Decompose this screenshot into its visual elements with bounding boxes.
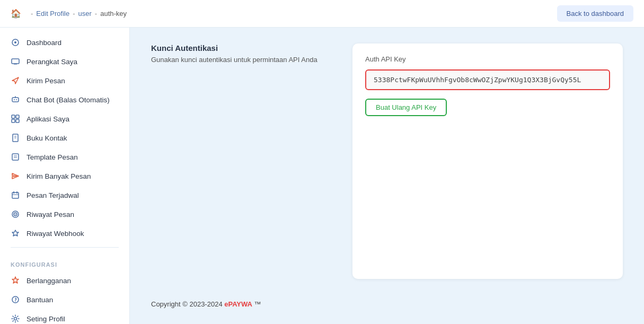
back-to-dashboard-button[interactable]: Back to dashboard	[557, 5, 633, 22]
svg-point-24	[15, 214, 16, 215]
sidebar-label-seting-profil: Seting Profil	[27, 315, 65, 323]
sidebar-item-riwayat-pesan[interactable]: Riwayat Pesan	[0, 205, 129, 224]
svg-rect-15	[12, 154, 19, 160]
content-area: Kunci Autentikasi Gunakan kunci autentik…	[130, 28, 644, 324]
sidebar-item-kirim-pesan[interactable]: Kirim Pesan	[0, 71, 129, 90]
sidebar-label-dashboard: Dashboard	[27, 39, 61, 47]
copyright-static: Copyright © 2023-2024	[151, 300, 224, 308]
seting-profil-icon	[11, 314, 20, 323]
breadcrumb-sep-1: -	[31, 10, 33, 17]
sidebar-label-kirim-pesan: Kirim Pesan	[27, 77, 65, 85]
kirim-pesan-icon	[11, 76, 20, 85]
sidebar-item-berlangganan[interactable]: Berlangganan	[0, 271, 129, 290]
riwayat-pesan-icon	[11, 209, 20, 219]
kirim-banyak-icon	[11, 171, 20, 181]
svg-point-7	[15, 96, 16, 97]
konfigurasi-label: KONFIGURASI	[0, 252, 129, 271]
api-key-card: Auth API Key 5338PctwFKpWuUVhhFgvOb8cWwO…	[352, 43, 623, 279]
breadcrumb: - Edit Profile - user - auth-key	[31, 10, 553, 17]
home-icon: 🏠	[11, 8, 21, 19]
svg-rect-3	[14, 64, 17, 65]
sidebar-item-chat-bot[interactable]: Chat Bot (Balas Otomatis)	[0, 90, 129, 109]
perangkat-icon	[11, 57, 20, 66]
svg-point-5	[14, 99, 15, 100]
breadcrumb-auth-key: auth-key	[100, 10, 127, 17]
copyright-text: Copyright © 2023-2024 ePAYWA ™	[151, 300, 623, 308]
svg-point-6	[16, 99, 17, 100]
copyright-trademark: ™	[252, 300, 261, 308]
sidebar-item-buku-kontak[interactable]: Buku Kontak	[0, 128, 129, 147]
content-left-panel: Kunci Autentikasi Gunakan kunci autentik…	[151, 43, 337, 279]
bantuan-icon	[11, 295, 20, 304]
sidebar-item-dashboard[interactable]: Dashboard	[0, 33, 129, 52]
sidebar-label-chat-bot: Chat Bot (Balas Otomatis)	[27, 96, 110, 104]
copyright-brand: ePAYWA	[224, 300, 252, 308]
svg-point-27	[14, 318, 17, 320]
sidebar-label-bantuan: Bantuan	[27, 296, 53, 304]
svg-point-1	[14, 41, 16, 43]
content-subtitle: Gunakan kunci autentikasi untuk perminta…	[151, 56, 337, 64]
regen-api-key-button[interactable]: Buat Ulang API Key	[365, 99, 447, 116]
sidebar-item-seting-profil[interactable]: Seting Profil	[0, 309, 129, 324]
sidebar-divider	[11, 247, 119, 248]
content-title: Kunci Autentikasi	[151, 43, 337, 52]
sidebar: Dashboard Perangkat Saya Kirim Pesan Cha…	[0, 28, 130, 324]
breadcrumb-user[interactable]: user	[78, 10, 92, 17]
sidebar-label-aplikasi-saya: Aplikasi Saya	[27, 115, 69, 123]
sidebar-item-bantuan[interactable]: Bantuan	[0, 290, 129, 309]
sidebar-item-template-pesan[interactable]: Template Pesan	[0, 147, 129, 167]
sidebar-label-kirim-banyak-pesan: Kirim Banyak Pesan	[27, 172, 91, 180]
svg-rect-2	[12, 59, 19, 64]
sidebar-label-buku-kontak: Buku Kontak	[27, 134, 67, 142]
svg-rect-10	[12, 119, 15, 122]
sidebar-label-template-pesan: Template Pesan	[27, 153, 78, 161]
sidebar-label-perangkat-saya: Perangkat Saya	[27, 58, 77, 66]
api-card-label: Auth API Key	[365, 55, 610, 63]
template-pesan-icon	[11, 152, 20, 162]
riwayat-webhook-icon	[11, 229, 20, 238]
svg-rect-11	[16, 119, 19, 122]
pesan-terjadwal-icon	[11, 190, 20, 200]
breadcrumb-edit-profile[interactable]: Edit Profile	[36, 10, 69, 17]
sidebar-item-kirim-banyak-pesan[interactable]: Kirim Banyak Pesan	[0, 167, 129, 186]
dashboard-icon	[11, 38, 20, 47]
api-key-input-wrapper: 5338PctwFKpWuUVhhFgvOb8cWwOZjZpwYKUg1Q3X…	[365, 69, 610, 90]
svg-rect-4	[12, 98, 19, 102]
sidebar-label-riwayat-webhook: Riwayat Webhook	[27, 230, 84, 238]
topbar: 🏠 - Edit Profile - user - auth-key Back …	[0, 0, 644, 28]
sidebar-item-riwayat-webhook[interactable]: Riwayat Webhook	[0, 224, 129, 243]
svg-point-26	[15, 301, 16, 302]
breadcrumb-sep-3: -	[95, 10, 97, 17]
sidebar-label-riwayat-pesan: Riwayat Pesan	[27, 211, 74, 218]
buku-kontak-icon	[11, 133, 20, 143]
svg-rect-18	[12, 192, 19, 198]
sidebar-item-perangkat-saya[interactable]: Perangkat Saya	[0, 52, 129, 71]
aplikasi-icon	[11, 114, 20, 124]
sidebar-label-pesan-terjadwal: Pesan Terjadwal	[27, 191, 79, 199]
chat-bot-icon	[11, 95, 20, 104]
api-key-value: 5338PctwFKpWuUVhhFgvOb8cWwOZjZpwYKUg1Q3X…	[374, 76, 602, 84]
svg-rect-9	[16, 115, 19, 118]
sidebar-item-aplikasi-saya[interactable]: Aplikasi Saya	[0, 109, 129, 128]
sidebar-label-berlangganan: Berlangganan	[27, 277, 71, 285]
breadcrumb-sep-2: -	[73, 10, 75, 17]
sidebar-item-pesan-terjadwal[interactable]: Pesan Terjadwal	[0, 186, 129, 205]
berlangganan-icon	[11, 276, 20, 285]
svg-rect-8	[12, 115, 15, 118]
